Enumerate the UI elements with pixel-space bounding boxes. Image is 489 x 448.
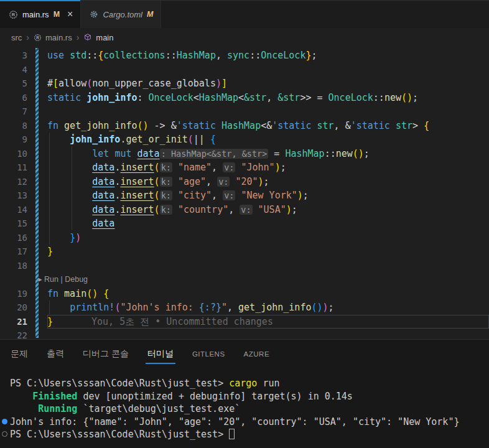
panel-tab-label: 문제 bbox=[11, 348, 28, 360]
line-number: 19 bbox=[0, 287, 27, 301]
code-line[interactable]: 16 }) bbox=[0, 231, 489, 245]
terminal-line[interactable]: Running `target\debug\just_test.exe` bbox=[10, 403, 489, 416]
code-line[interactable]: 22 bbox=[0, 329, 489, 339]
chevron-right-icon: › bbox=[26, 32, 29, 42]
tab-main-rs[interactable]: R main.rs M × bbox=[0, 1, 81, 28]
pun-token: :: bbox=[373, 92, 384, 103]
b1-token: ) bbox=[286, 204, 292, 215]
close-icon[interactable]: × bbox=[67, 9, 73, 19]
code-line[interactable]: 13 data.insert(k: "city", v: "New York")… bbox=[0, 189, 489, 203]
terminal-cursor bbox=[229, 429, 235, 439]
code-line[interactable]: 3use std::{collections::HashMap, sync::O… bbox=[0, 49, 489, 63]
fn-token: insert bbox=[120, 176, 154, 187]
bottom-panel: 문제 출력 디버그 콘솔 터미널 GITLENS AZURE PS C:\Use… bbox=[0, 339, 489, 448]
fn-token: main bbox=[64, 288, 86, 299]
pun-token: , bbox=[227, 302, 238, 313]
code-line[interactable]: 6static john_info: OnceLock<HashMap<&str… bbox=[0, 91, 489, 105]
breadcrumb-file[interactable]: main.rs bbox=[45, 33, 72, 42]
b1-token: () bbox=[86, 288, 98, 299]
code-text: fn main() { bbox=[47, 287, 489, 301]
b1-token: } bbox=[47, 316, 53, 327]
indent-guide bbox=[49, 133, 50, 245]
line-number: 7 bbox=[0, 105, 27, 119]
command-decoration-icon[interactable] bbox=[2, 419, 7, 424]
code-line[interactable]: 11 data.insert(k: "name", v: "John"); bbox=[0, 161, 489, 175]
kw-token: use bbox=[47, 50, 64, 61]
code-text bbox=[47, 63, 489, 77]
code-line[interactable]: 8fn get_john_info() -> &'static HashMap<… bbox=[0, 119, 489, 133]
w-token: run bbox=[257, 378, 279, 389]
line-number: 9 bbox=[0, 133, 27, 147]
panel-tab-bar: 문제 출력 디버그 콘솔 터미널 GITLENS AZURE bbox=[0, 340, 489, 368]
kw-token: fn bbox=[47, 120, 58, 131]
gear-icon bbox=[90, 10, 98, 19]
modified-lines-gutter-indicator bbox=[35, 48, 39, 338]
code-line[interactable]: 5#[allow(non_upper_case_globals)] bbox=[0, 77, 489, 91]
inlay-token: v: bbox=[223, 162, 235, 172]
panel-tab-terminal[interactable]: 터미널 bbox=[147, 340, 174, 368]
code-text: data.insert(k: "country", v: "USA"); bbox=[47, 203, 489, 217]
rust-icon: R bbox=[9, 10, 18, 19]
terminal-line[interactable]: PS C:\Users\sssan\Code\Rust\just_test> c… bbox=[10, 377, 489, 390]
code-text: data.insert(k: "name", v: "John"); bbox=[47, 161, 489, 175]
pun-token: : bbox=[137, 92, 149, 103]
inlay-token: k: bbox=[160, 190, 172, 200]
code-line[interactable]: 14 data.insert(k: "country", v: "USA"); bbox=[0, 203, 489, 217]
code-line[interactable]: 12 data.insert(k: "age", v: "20"); bbox=[0, 175, 489, 189]
code-line[interactable]: 9 john_info.get_or_init(|| { bbox=[0, 133, 489, 147]
ty-token: str bbox=[396, 120, 412, 131]
b1-token: { bbox=[98, 50, 103, 61]
pun-token bbox=[390, 120, 396, 131]
panel-tab-debug-console[interactable]: 디버그 콘솔 bbox=[83, 340, 129, 368]
code-text: static john_info: OnceLock<HashMap<&str,… bbox=[47, 91, 489, 105]
pun-token: ; bbox=[303, 190, 309, 201]
svg-text:R: R bbox=[12, 12, 16, 17]
pun-token bbox=[47, 162, 92, 173]
pun-token bbox=[98, 288, 103, 299]
code-line[interactable]: 4 bbox=[0, 63, 489, 77]
tab-bar: R main.rs M × Cargo.toml M bbox=[0, 0, 489, 28]
breadcrumb-symbol[interactable]: main bbox=[96, 33, 113, 42]
code-line[interactable]: 17} bbox=[0, 245, 489, 259]
code-line[interactable]: 21}You, 5초 전 • Uncommitted changes bbox=[0, 315, 489, 329]
panel-tab-output[interactable]: 출력 bbox=[47, 340, 64, 368]
panel-tab-problems[interactable]: 문제 bbox=[11, 340, 28, 368]
panel-tab-gitlens[interactable]: GITLENS bbox=[192, 340, 225, 368]
pun-token bbox=[172, 176, 178, 187]
pun-token: ; bbox=[364, 148, 370, 159]
code-line[interactable]: 19fn main() { bbox=[0, 287, 489, 301]
g-token: Finished bbox=[32, 391, 77, 402]
line-number: 20 bbox=[0, 301, 27, 315]
inlay-token: k: bbox=[160, 162, 172, 172]
b2-token: ( bbox=[188, 134, 193, 145]
terminal[interactable]: PS C:\Users\sssan\Code\Rust\just_test> c… bbox=[0, 368, 489, 441]
fn-token: insert bbox=[120, 162, 154, 173]
line-number: 17 bbox=[0, 245, 27, 259]
breadcrumb-src[interactable]: src bbox=[11, 33, 22, 42]
code-line[interactable]: 20 println!("John's info: {:?}", get_joh… bbox=[0, 301, 489, 315]
line-number: 21 bbox=[0, 315, 27, 329]
pun-token: :: bbox=[249, 50, 261, 61]
code-line[interactable]: 7 bbox=[0, 105, 489, 119]
terminal-line[interactable]: John's info: {"name": "John", "age": "20… bbox=[10, 416, 489, 429]
symbol-cube-icon bbox=[83, 33, 92, 42]
pun-token bbox=[47, 302, 70, 313]
var-token: data bbox=[92, 218, 114, 229]
terminal-line[interactable]: PS C:\Users\sssan\Code\Rust\just_test> bbox=[10, 428, 489, 441]
codelens-run-debug[interactable]: ▶ Run | Debug bbox=[0, 273, 489, 287]
panel-tab-azure[interactable]: AZURE bbox=[244, 340, 269, 368]
pun-token: <& bbox=[261, 120, 272, 131]
pun-token bbox=[311, 120, 317, 131]
code-line[interactable]: 10 let mut data: HashMap<&str, &str> = H… bbox=[0, 147, 489, 161]
b2-token: ) bbox=[75, 232, 81, 243]
code-text: }) bbox=[47, 231, 489, 245]
str-token: "John" bbox=[241, 162, 274, 173]
code-line[interactable]: 15 data bbox=[0, 217, 489, 231]
line-number: 22 bbox=[0, 329, 27, 339]
tab-cargo-toml[interactable]: Cargo.toml M bbox=[81, 1, 161, 28]
editor[interactable]: 3use std::{collections::HashMap, sync::O… bbox=[0, 47, 489, 339]
prompt-decoration-icon[interactable] bbox=[2, 431, 7, 437]
var-token: data bbox=[92, 204, 114, 215]
code-line[interactable]: 18 bbox=[0, 259, 489, 273]
terminal-line[interactable]: Finished dev [unoptimized + debuginfo] t… bbox=[10, 390, 489, 403]
